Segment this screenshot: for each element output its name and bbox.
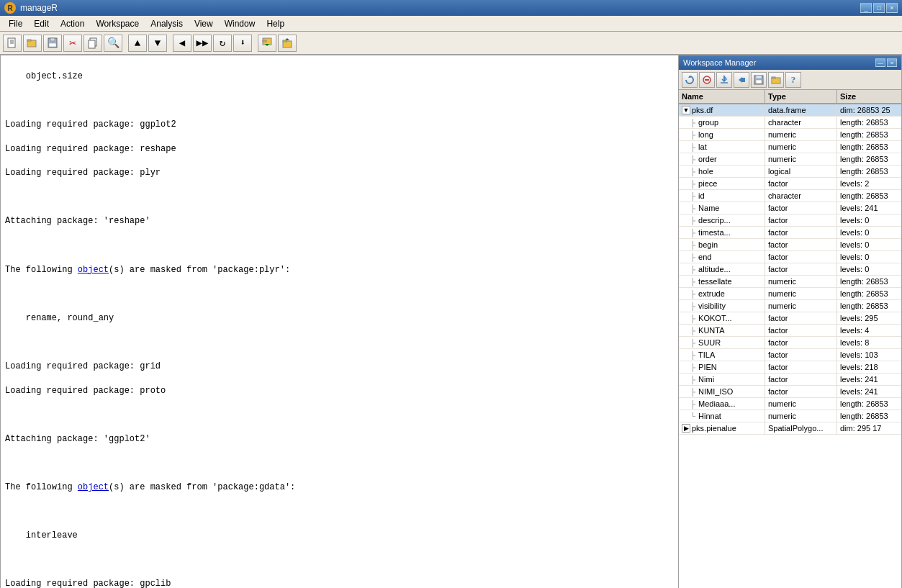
ws-row-KOKOT[interactable]: ├ KOKOT... factor levels: 295 (679, 312, 901, 325)
toolbar: ✂ 🔍 ▲ ▼ ◀ ▶▶ ↻ ⬇ (0, 32, 902, 55)
refresh-button[interactable]: ↻ (213, 35, 232, 52)
ws-pin-button[interactable]: — (875, 58, 885, 67)
menu-workspace[interactable]: Workspace (90, 17, 145, 30)
ws-name-Hinnat: Hinnat (698, 412, 721, 420)
new-button[interactable] (3, 35, 22, 52)
close-button[interactable]: × (886, 3, 898, 13)
title-bar-controls[interactable]: _ □ × (860, 3, 898, 13)
maximize-button[interactable]: □ (873, 3, 885, 13)
ws-load-button[interactable] (716, 72, 732, 88)
ws-row-order[interactable]: ├ order numeric length: 26853 (679, 153, 901, 166)
ws-row-altitude[interactable]: ├ altitude... factor levels: 0 (679, 263, 901, 276)
ws-row-KUNTA[interactable]: ├ KUNTA factor levels: 4 (679, 325, 901, 337)
minimize-button[interactable]: _ (860, 3, 872, 13)
menu-view[interactable]: View (189, 17, 219, 30)
open-button[interactable] (23, 35, 42, 52)
expand-pksdf[interactable]: ▼ (682, 106, 690, 114)
workspace-toolbar: ? (679, 70, 901, 90)
scroll-up-button[interactable]: ▲ (128, 35, 147, 52)
copy-button[interactable] (84, 35, 102, 52)
ws-back-button[interactable] (734, 72, 749, 88)
ws-row-pkspienalue[interactable]: ▶ pks.pienalue SpatialPolygo... dim: 295… (679, 422, 901, 435)
ws-name-SUUR: SUUR (698, 338, 721, 347)
ws-row-SUUR[interactable]: ├ SUUR factor levels: 8 (679, 337, 901, 349)
fwd-btn[interactable]: ▶▶ (193, 35, 212, 52)
ws-row-Name[interactable]: ├ Name factor levels: 241 (679, 202, 901, 214)
ws-name-lat: lat (698, 143, 707, 151)
ws-name-end: end (698, 253, 711, 261)
ws-row-TILA[interactable]: ├ TILA factor levels: 103 (679, 349, 901, 361)
ws-folder-button[interactable] (768, 72, 784, 88)
ws-row-id[interactable]: ├ id character length: 26853 (679, 190, 901, 202)
expand-pkspienalue[interactable]: ▶ (682, 424, 690, 433)
menu-window[interactable]: Window (219, 17, 261, 30)
menu-edit[interactable]: Edit (28, 17, 55, 30)
ws-name-Name: Name (698, 204, 719, 212)
import-button[interactable] (258, 35, 276, 52)
ws-name-descrip: descrip... (698, 216, 731, 225)
ws-row-lat[interactable]: ├ lat numeric length: 26853 (679, 141, 901, 153)
col-type-header: Type (765, 90, 837, 103)
app-icon: R (4, 2, 16, 14)
menu-file[interactable]: File (3, 17, 28, 30)
menu-bar: File Edit Action Workspace Analysis View… (0, 16, 902, 32)
app-title: manageR (20, 3, 58, 13)
ws-row-visibility[interactable]: ├ visibility numeric length: 26853 (679, 300, 901, 312)
ws-row-PIEN[interactable]: ├ PIEN factor levels: 218 (679, 361, 901, 374)
ws-name-extrude: extrude (698, 289, 725, 298)
search-button[interactable]: 🔍 (104, 35, 122, 52)
ws-row-end[interactable]: ├ end factor levels: 0 (679, 251, 901, 263)
ws-save-button[interactable] (751, 72, 767, 88)
ws-row-pksdf[interactable]: ▼ pks.df data.frame dim: 26853 25 (679, 104, 901, 117)
ws-name-pksdf: pks.df (692, 106, 713, 114)
workspace-title-controls[interactable]: — × (875, 58, 897, 67)
ws-row-piece[interactable]: ├ piece factor levels: 2 (679, 178, 901, 190)
ws-row-begin[interactable]: ├ begin factor levels: 0 (679, 239, 901, 251)
ws-row-long[interactable]: ├ long numeric length: 26853 (679, 129, 901, 141)
ws-name-visibility: visibility (698, 302, 726, 310)
ws-name-KOKOT: KOKOT... (698, 314, 731, 322)
ws-row-NIMI_ISO[interactable]: ├ NIMI_ISO factor levels: 241 (679, 386, 901, 398)
console-output: object.size Loading required package: gg… (1, 55, 678, 588)
ws-refresh-button[interactable] (682, 72, 698, 88)
ws-help-button[interactable]: ? (785, 72, 801, 88)
ws-row-tessellate[interactable]: ├ tessellate numeric length: 26853 (679, 276, 901, 288)
svg-rect-22 (742, 78, 745, 82)
ws-name-order: order (698, 155, 717, 163)
ws-name-pkspienalue: pks.pienalue (692, 424, 736, 433)
ws-name-KUNTA: KUNTA (698, 326, 724, 335)
ws-close-button[interactable]: × (887, 58, 897, 67)
ws-name-hole: hole (698, 167, 713, 176)
ws-row-extrude[interactable]: ├ extrude numeric length: 26853 (679, 288, 901, 300)
save-button[interactable] (43, 35, 62, 52)
ws-row-Nimi[interactable]: ├ Nimi factor levels: 241 (679, 374, 901, 386)
ws-row-Hinnat[interactable]: └ Hinnat numeric length: 26853 (679, 410, 901, 422)
export-button[interactable] (278, 35, 297, 52)
ws-name-begin: begin (698, 240, 718, 249)
menu-analysis[interactable]: Analysis (145, 17, 189, 30)
title-bar-left: R manageR (4, 2, 58, 14)
ws-row-descrip[interactable]: ├ descrip... factor levels: 0 (679, 214, 901, 227)
svg-rect-10 (89, 40, 95, 48)
ws-name-tessellate: tessellate (698, 277, 731, 286)
ws-size-pksdf: dim: 26853 25 (837, 104, 901, 116)
svg-rect-25 (756, 80, 762, 83)
workspace-table[interactable]: Name Type Size ▼ pks.df data.frame dim: … (679, 90, 901, 588)
ws-row-timesta[interactable]: ├ timesta... factor levels: 0 (679, 227, 901, 239)
scroll-down-button[interactable]: ▼ (148, 35, 167, 52)
stop-button[interactable]: ⬇ (233, 35, 252, 52)
svg-rect-14 (283, 40, 287, 42)
cut-button[interactable]: ✂ (63, 35, 82, 52)
ws-name-id: id (698, 191, 705, 200)
ws-name-Nimi: Nimi (698, 375, 714, 384)
ws-row-group[interactable]: ├ group character length: 26853 (679, 117, 901, 129)
workspace-panel: Workspace Manager — × (679, 55, 902, 588)
ws-name-long: long (698, 130, 713, 139)
menu-help[interactable]: Help (261, 17, 290, 30)
back-button[interactable]: ◀ (173, 35, 191, 52)
menu-action[interactable]: Action (55, 17, 90, 30)
ws-row-hole[interactable]: ├ hole logical length: 26853 (679, 166, 901, 178)
ws-row-Mediaaa[interactable]: ├ Mediaaa... numeric length: 26853 (679, 398, 901, 410)
svg-rect-8 (49, 43, 56, 47)
ws-remove-button[interactable] (699, 72, 715, 88)
